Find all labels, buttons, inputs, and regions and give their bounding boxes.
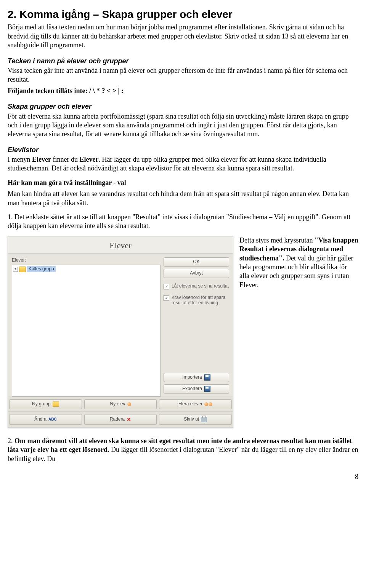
section-tecken-heading: Tecken i namn på elever och grupper <box>8 57 358 66</box>
checkbox-see-results[interactable]: ✓ Låt eleverna se sina resultat <box>164 283 229 289</box>
delete-icon: ✕ <box>127 416 131 423</box>
expand-icon[interactable]: + <box>13 267 18 272</box>
folder-icon <box>19 267 26 272</box>
dialog-toolbar: Ny grupp Ny elev Flera elever <box>8 397 233 411</box>
checkbox-icon[interactable]: ✓ <box>164 295 169 301</box>
page-title: 2. Komma igång – Skapa grupper och eleve… <box>8 8 358 21</box>
two-settings-body: Man kan hindra att elever kan se varandr… <box>8 190 358 207</box>
checkbox-icon[interactable]: ✓ <box>164 284 169 289</box>
elever-dialog: Elever Elever: + Kalles grupp OK Avbryt … <box>8 236 233 427</box>
checkbox-label: Låt eleverna se sina resultat <box>172 283 229 289</box>
button-label: y grupp <box>35 401 51 406</box>
dialog-title: Elever <box>8 236 233 254</box>
right-paragraph: Detta styrs med kryssrutan "Visa knappen… <box>239 236 358 289</box>
group-tree[interactable]: + Kalles grupp <box>12 265 161 397</box>
multiple-students-button[interactable]: Flera elever <box>159 399 232 409</box>
group-name[interactable]: Kalles grupp <box>27 266 56 272</box>
checkbox-label: Kräv lösenord för att spara resultat eft… <box>172 295 229 306</box>
import-button[interactable]: Importera <box>164 373 229 382</box>
disk-icon <box>204 386 210 392</box>
skapa-body: För att eleverna ska kunna arbeta portfo… <box>8 112 358 139</box>
new-student-button[interactable]: Ny elev <box>84 399 157 409</box>
menu-name: Elever <box>32 156 51 163</box>
tecken-body: Vissa tecken går inte att använda i namn… <box>8 66 358 84</box>
button-label: Ändra <box>34 416 47 423</box>
button-label: Importera <box>182 374 202 381</box>
page-number: 8 <box>8 472 358 481</box>
option2-prefix: 2. <box>8 437 14 445</box>
right-para-prefix: Detta styrs med kryssrutan <box>239 236 315 244</box>
delete-button[interactable]: Radera ✕ <box>84 414 157 425</box>
tecken-disallowed: Följande tecken tillåts inte: / \ * ? < … <box>8 87 358 95</box>
button-label: Skriv ut <box>184 416 199 423</box>
cancel-button[interactable]: Avbryt <box>164 269 229 278</box>
button-label: y elev <box>113 401 125 406</box>
intro-paragraph: Börja med att läsa texten nedan om hur m… <box>8 23 358 50</box>
folder-icon <box>53 402 59 407</box>
abc-icon: ABC <box>48 417 57 422</box>
print-button[interactable]: Skriv ut <box>159 414 232 425</box>
checkbox-require-password[interactable]: ✓ Kräv lösenord för att spara resultat e… <box>164 295 229 306</box>
group-row[interactable]: + Kalles grupp <box>13 266 159 273</box>
two-settings-heading: Här kan man göra två inställningar - val <box>8 178 358 187</box>
section-skapa-heading: Skapa grupper och elever <box>8 102 358 111</box>
export-button[interactable]: Exportera <box>164 384 229 394</box>
ok-button[interactable]: OK <box>164 257 229 267</box>
button-label: Exportera <box>182 386 202 392</box>
button-label: adera <box>113 416 125 422</box>
section-elevlistor-heading: Elevlistor <box>8 146 358 154</box>
option2: 2. Om man däremot vill att eleven ska ku… <box>8 437 358 463</box>
disk-icon <box>204 374 210 381</box>
button-label: lera elever <box>181 401 202 406</box>
person-icon <box>127 402 131 406</box>
edit-button[interactable]: Ändra ABC <box>9 414 82 425</box>
new-group-button[interactable]: Ny grupp <box>9 399 82 409</box>
list-label: Elever: <box>12 257 161 263</box>
printer-icon <box>201 417 207 422</box>
elevlistor-body: I menyn Elever finner du Elever. Här läg… <box>8 155 358 173</box>
option1: 1. Det enklaste sättet är att se till at… <box>8 213 358 231</box>
menu-item: Elever <box>79 156 98 163</box>
dialog-toolbar-2: Ändra ABC Radera ✕ Skriv ut <box>8 411 233 427</box>
people-icon <box>204 402 212 406</box>
